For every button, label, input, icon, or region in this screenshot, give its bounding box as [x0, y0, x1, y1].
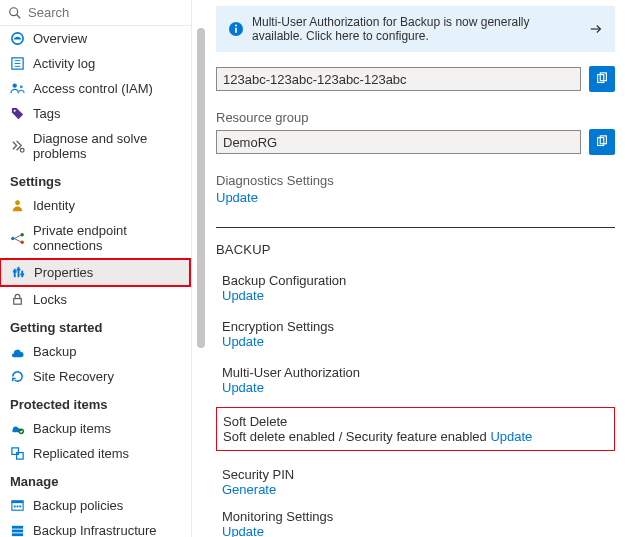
soft-delete-block: Soft Delete Soft delete enabled / Securi…	[216, 407, 615, 451]
sidebar-item-identity[interactable]: Identity	[0, 193, 191, 218]
monitoring-block: Monitoring Settings Update	[222, 509, 615, 537]
banner-text: Multi-User Authorization for Backup is n…	[252, 15, 581, 43]
svg-line-1	[17, 14, 21, 18]
svg-rect-30	[17, 506, 19, 508]
prop-title: Soft Delete	[223, 414, 608, 429]
arrow-right-icon	[589, 22, 603, 36]
subscription-id-field[interactable]	[216, 67, 581, 91]
nav-label: Activity log	[33, 56, 95, 71]
sidebar-item-site-recovery[interactable]: Site Recovery	[0, 364, 191, 389]
backup-config-update-link[interactable]: Update	[222, 288, 615, 303]
security-pin-block: Security PIN Generate	[222, 467, 615, 497]
nav-label: Private endpoint connections	[33, 223, 181, 253]
access-control-icon	[10, 81, 25, 96]
svg-point-9	[14, 110, 16, 112]
svg-rect-25	[12, 448, 19, 455]
diag-update-link[interactable]: Update	[216, 190, 615, 205]
section-getting-started: Getting started	[0, 312, 191, 339]
soft-delete-update-link[interactable]: Update	[490, 429, 532, 444]
sidebar-item-replicated-items[interactable]: Replicated items	[0, 441, 191, 466]
sidebar-item-overview[interactable]: Overview	[0, 26, 191, 51]
prop-title: Security PIN	[222, 467, 615, 482]
svg-point-10	[20, 148, 24, 152]
diag-label: Diagnostics Settings	[216, 173, 615, 188]
nav-label: Overview	[33, 31, 87, 46]
nav-label: Access control (IAM)	[33, 81, 153, 96]
sidebar-item-diagnose[interactable]: Diagnose and solve problems	[0, 126, 191, 166]
replicated-items-icon	[10, 446, 25, 461]
diagnose-icon	[10, 139, 25, 154]
security-pin-generate-link[interactable]: Generate	[222, 482, 615, 497]
rg-label: Resource group	[216, 110, 615, 125]
svg-point-14	[21, 240, 24, 243]
sidebar-item-backup-policies[interactable]: Backup policies	[0, 493, 191, 518]
svg-line-15	[14, 235, 21, 238]
copy-button[interactable]	[589, 129, 615, 155]
monitoring-update-link[interactable]: Update	[222, 524, 615, 537]
nav-label: Backup Infrastructure	[33, 523, 157, 537]
nav-label: Backup items	[33, 421, 111, 436]
sidebar-item-private-endpoint[interactable]: Private endpoint connections	[0, 218, 191, 258]
svg-rect-26	[17, 453, 24, 460]
properties-icon	[11, 265, 26, 280]
multiuser-block: Multi-User Authorization Update	[222, 365, 615, 395]
encryption-update-link[interactable]: Update	[222, 334, 615, 349]
resource-group-field[interactable]	[216, 130, 581, 154]
nav-label: Properties	[34, 265, 93, 280]
sidebar-item-properties[interactable]: Properties	[0, 258, 191, 287]
multiuser-update-link[interactable]: Update	[222, 380, 615, 395]
prop-title: Encryption Settings	[222, 319, 615, 334]
svg-point-37	[235, 25, 237, 27]
backup-infrastructure-icon	[10, 523, 25, 537]
svg-rect-33	[12, 530, 23, 533]
sidebar-item-backup-infrastructure[interactable]: Backup Infrastructure	[0, 518, 191, 537]
overview-icon	[10, 31, 25, 46]
identity-icon	[10, 198, 25, 213]
backup-header: BACKUP	[216, 242, 615, 257]
svg-rect-32	[12, 526, 23, 529]
section-manage: Manage	[0, 466, 191, 493]
encryption-block: Encryption Settings Update	[222, 319, 615, 349]
sidebar-item-activity-log[interactable]: Activity log	[0, 51, 191, 76]
backup-icon	[10, 344, 25, 359]
prop-title: Backup Configuration	[222, 273, 615, 288]
svg-line-16	[14, 238, 21, 241]
section-protected-items: Protected items	[0, 389, 191, 416]
svg-rect-20	[13, 271, 17, 273]
svg-point-0	[10, 7, 18, 15]
svg-point-13	[21, 233, 24, 236]
sidebar-item-backup-items[interactable]: Backup items	[0, 416, 191, 441]
site-recovery-icon	[10, 369, 25, 384]
svg-rect-21	[17, 269, 21, 271]
svg-rect-31	[19, 506, 21, 508]
nav-label: Tags	[33, 106, 60, 121]
main-content: Multi-User Authorization for Backup is n…	[210, 0, 625, 537]
prop-title: Multi-User Authorization	[222, 365, 615, 380]
svg-point-12	[11, 236, 14, 239]
nav-label: Replicated items	[33, 446, 129, 461]
scrollbar-track[interactable]	[192, 0, 210, 537]
sidebar-item-backup[interactable]: Backup	[0, 339, 191, 364]
svg-rect-17	[14, 269, 16, 277]
nav-label: Backup policies	[33, 498, 123, 513]
nav-label: Locks	[33, 292, 67, 307]
svg-rect-23	[14, 299, 22, 305]
info-banner[interactable]: Multi-User Authorization for Backup is n…	[216, 6, 615, 52]
sidebar-item-locks[interactable]: Locks	[0, 287, 191, 312]
soft-delete-status: Soft delete enabled / Security feature e…	[223, 429, 490, 444]
nav-label: Identity	[33, 198, 75, 213]
backup-policies-icon	[10, 498, 25, 513]
svg-point-8	[20, 85, 23, 88]
sidebar-item-tags[interactable]: Tags	[0, 101, 191, 126]
svg-rect-18	[18, 267, 20, 277]
info-icon	[228, 21, 244, 37]
scrollbar-thumb[interactable]	[197, 28, 205, 348]
nav-label: Backup	[33, 344, 76, 359]
sidebar-item-access-control[interactable]: Access control (IAM)	[0, 76, 191, 101]
svg-rect-22	[20, 273, 24, 275]
svg-rect-29	[14, 506, 16, 508]
search-bar: «	[0, 0, 191, 26]
svg-rect-36	[235, 28, 237, 33]
search-input[interactable]	[28, 5, 192, 20]
copy-button[interactable]	[589, 66, 615, 92]
